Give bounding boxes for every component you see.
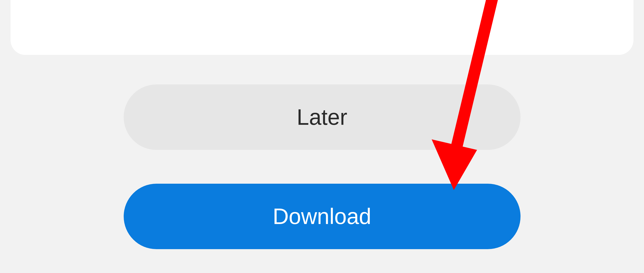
later-button-label: Later <box>297 104 347 130</box>
content-card <box>10 0 634 55</box>
download-button[interactable]: Download <box>124 184 520 249</box>
button-group: Later Download <box>124 84 520 249</box>
later-button[interactable]: Later <box>124 84 520 150</box>
download-button-label: Download <box>273 204 371 229</box>
